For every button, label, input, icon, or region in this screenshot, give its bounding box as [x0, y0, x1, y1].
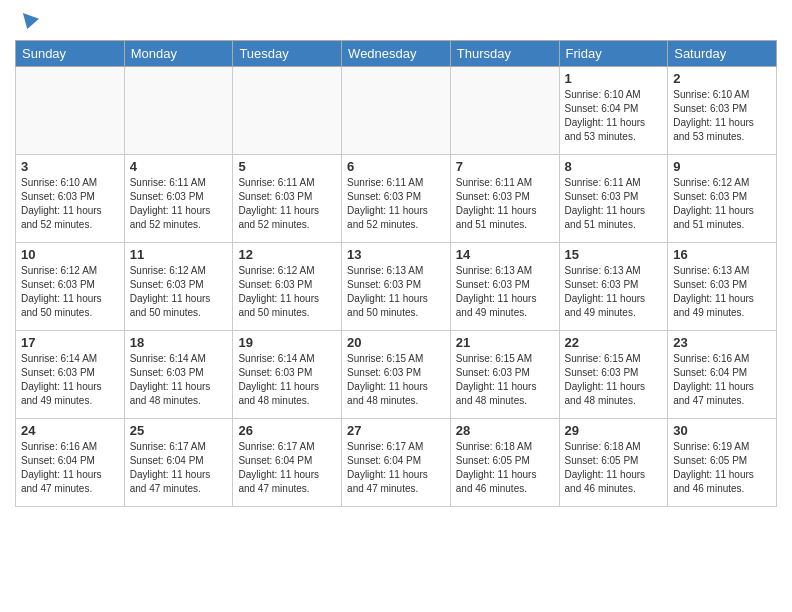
day-cell-6: 6Sunrise: 6:11 AM Sunset: 6:03 PM Daylig…: [342, 155, 451, 243]
day-number: 29: [565, 423, 663, 438]
day-cell-3: 3Sunrise: 6:10 AM Sunset: 6:03 PM Daylig…: [16, 155, 125, 243]
calendar: SundayMondayTuesdayWednesdayThursdayFrid…: [15, 40, 777, 507]
day-info: Sunrise: 6:12 AM Sunset: 6:03 PM Dayligh…: [238, 264, 336, 320]
day-number: 20: [347, 335, 445, 350]
day-number: 4: [130, 159, 228, 174]
day-info: Sunrise: 6:15 AM Sunset: 6:03 PM Dayligh…: [565, 352, 663, 408]
day-info: Sunrise: 6:15 AM Sunset: 6:03 PM Dayligh…: [456, 352, 554, 408]
day-info: Sunrise: 6:10 AM Sunset: 6:04 PM Dayligh…: [565, 88, 663, 144]
weekday-thursday: Thursday: [450, 41, 559, 67]
day-info: Sunrise: 6:14 AM Sunset: 6:03 PM Dayligh…: [21, 352, 119, 408]
week-row-0: 1Sunrise: 6:10 AM Sunset: 6:04 PM Daylig…: [16, 67, 777, 155]
day-info: Sunrise: 6:13 AM Sunset: 6:03 PM Dayligh…: [565, 264, 663, 320]
day-number: 18: [130, 335, 228, 350]
day-info: Sunrise: 6:11 AM Sunset: 6:03 PM Dayligh…: [456, 176, 554, 232]
day-info: Sunrise: 6:11 AM Sunset: 6:03 PM Dayligh…: [347, 176, 445, 232]
day-number: 5: [238, 159, 336, 174]
day-number: 1: [565, 71, 663, 86]
day-info: Sunrise: 6:11 AM Sunset: 6:03 PM Dayligh…: [130, 176, 228, 232]
day-cell-24: 24Sunrise: 6:16 AM Sunset: 6:04 PM Dayli…: [16, 419, 125, 507]
day-number: 21: [456, 335, 554, 350]
day-cell-empty-1: [124, 67, 233, 155]
day-info: Sunrise: 6:18 AM Sunset: 6:05 PM Dayligh…: [565, 440, 663, 496]
day-number: 8: [565, 159, 663, 174]
day-number: 14: [456, 247, 554, 262]
day-cell-23: 23Sunrise: 6:16 AM Sunset: 6:04 PM Dayli…: [668, 331, 777, 419]
weekday-wednesday: Wednesday: [342, 41, 451, 67]
day-number: 23: [673, 335, 771, 350]
day-info: Sunrise: 6:16 AM Sunset: 6:04 PM Dayligh…: [673, 352, 771, 408]
day-info: Sunrise: 6:17 AM Sunset: 6:04 PM Dayligh…: [130, 440, 228, 496]
day-number: 13: [347, 247, 445, 262]
day-number: 24: [21, 423, 119, 438]
day-number: 19: [238, 335, 336, 350]
day-number: 25: [130, 423, 228, 438]
weekday-saturday: Saturday: [668, 41, 777, 67]
day-cell-10: 10Sunrise: 6:12 AM Sunset: 6:03 PM Dayli…: [16, 243, 125, 331]
day-cell-25: 25Sunrise: 6:17 AM Sunset: 6:04 PM Dayli…: [124, 419, 233, 507]
day-info: Sunrise: 6:11 AM Sunset: 6:03 PM Dayligh…: [565, 176, 663, 232]
weekday-monday: Monday: [124, 41, 233, 67]
day-cell-19: 19Sunrise: 6:14 AM Sunset: 6:03 PM Dayli…: [233, 331, 342, 419]
day-number: 16: [673, 247, 771, 262]
svg-marker-0: [23, 13, 39, 29]
day-info: Sunrise: 6:19 AM Sunset: 6:05 PM Dayligh…: [673, 440, 771, 496]
day-cell-15: 15Sunrise: 6:13 AM Sunset: 6:03 PM Dayli…: [559, 243, 668, 331]
day-cell-empty-2: [233, 67, 342, 155]
weekday-sunday: Sunday: [16, 41, 125, 67]
day-cell-empty-3: [342, 67, 451, 155]
day-info: Sunrise: 6:17 AM Sunset: 6:04 PM Dayligh…: [347, 440, 445, 496]
day-cell-13: 13Sunrise: 6:13 AM Sunset: 6:03 PM Dayli…: [342, 243, 451, 331]
day-cell-11: 11Sunrise: 6:12 AM Sunset: 6:03 PM Dayli…: [124, 243, 233, 331]
weekday-header-row: SundayMondayTuesdayWednesdayThursdayFrid…: [16, 41, 777, 67]
day-cell-27: 27Sunrise: 6:17 AM Sunset: 6:04 PM Dayli…: [342, 419, 451, 507]
day-info: Sunrise: 6:12 AM Sunset: 6:03 PM Dayligh…: [21, 264, 119, 320]
day-cell-empty-0: [16, 67, 125, 155]
day-number: 27: [347, 423, 445, 438]
week-row-4: 24Sunrise: 6:16 AM Sunset: 6:04 PM Dayli…: [16, 419, 777, 507]
day-cell-20: 20Sunrise: 6:15 AM Sunset: 6:03 PM Dayli…: [342, 331, 451, 419]
day-info: Sunrise: 6:14 AM Sunset: 6:03 PM Dayligh…: [130, 352, 228, 408]
day-info: Sunrise: 6:10 AM Sunset: 6:03 PM Dayligh…: [673, 88, 771, 144]
day-cell-29: 29Sunrise: 6:18 AM Sunset: 6:05 PM Dayli…: [559, 419, 668, 507]
day-number: 2: [673, 71, 771, 86]
day-number: 6: [347, 159, 445, 174]
day-number: 26: [238, 423, 336, 438]
page: SundayMondayTuesdayWednesdayThursdayFrid…: [0, 0, 792, 612]
day-number: 10: [21, 247, 119, 262]
day-info: Sunrise: 6:15 AM Sunset: 6:03 PM Dayligh…: [347, 352, 445, 408]
day-info: Sunrise: 6:10 AM Sunset: 6:03 PM Dayligh…: [21, 176, 119, 232]
day-info: Sunrise: 6:12 AM Sunset: 6:03 PM Dayligh…: [130, 264, 228, 320]
day-info: Sunrise: 6:11 AM Sunset: 6:03 PM Dayligh…: [238, 176, 336, 232]
day-cell-22: 22Sunrise: 6:15 AM Sunset: 6:03 PM Dayli…: [559, 331, 668, 419]
day-number: 7: [456, 159, 554, 174]
week-row-3: 17Sunrise: 6:14 AM Sunset: 6:03 PM Dayli…: [16, 331, 777, 419]
day-cell-16: 16Sunrise: 6:13 AM Sunset: 6:03 PM Dayli…: [668, 243, 777, 331]
weekday-friday: Friday: [559, 41, 668, 67]
day-number: 9: [673, 159, 771, 174]
day-info: Sunrise: 6:18 AM Sunset: 6:05 PM Dayligh…: [456, 440, 554, 496]
day-cell-1: 1Sunrise: 6:10 AM Sunset: 6:04 PM Daylig…: [559, 67, 668, 155]
day-number: 22: [565, 335, 663, 350]
day-info: Sunrise: 6:17 AM Sunset: 6:04 PM Dayligh…: [238, 440, 336, 496]
day-number: 12: [238, 247, 336, 262]
logo-icon: [17, 10, 39, 32]
day-number: 15: [565, 247, 663, 262]
day-info: Sunrise: 6:12 AM Sunset: 6:03 PM Dayligh…: [673, 176, 771, 232]
day-number: 17: [21, 335, 119, 350]
day-cell-2: 2Sunrise: 6:10 AM Sunset: 6:03 PM Daylig…: [668, 67, 777, 155]
day-cell-21: 21Sunrise: 6:15 AM Sunset: 6:03 PM Dayli…: [450, 331, 559, 419]
day-info: Sunrise: 6:14 AM Sunset: 6:03 PM Dayligh…: [238, 352, 336, 408]
day-cell-12: 12Sunrise: 6:12 AM Sunset: 6:03 PM Dayli…: [233, 243, 342, 331]
day-info: Sunrise: 6:13 AM Sunset: 6:03 PM Dayligh…: [673, 264, 771, 320]
day-number: 28: [456, 423, 554, 438]
day-cell-14: 14Sunrise: 6:13 AM Sunset: 6:03 PM Dayli…: [450, 243, 559, 331]
day-info: Sunrise: 6:13 AM Sunset: 6:03 PM Dayligh…: [347, 264, 445, 320]
day-cell-4: 4Sunrise: 6:11 AM Sunset: 6:03 PM Daylig…: [124, 155, 233, 243]
day-cell-18: 18Sunrise: 6:14 AM Sunset: 6:03 PM Dayli…: [124, 331, 233, 419]
day-info: Sunrise: 6:13 AM Sunset: 6:03 PM Dayligh…: [456, 264, 554, 320]
day-info: Sunrise: 6:16 AM Sunset: 6:04 PM Dayligh…: [21, 440, 119, 496]
day-cell-9: 9Sunrise: 6:12 AM Sunset: 6:03 PM Daylig…: [668, 155, 777, 243]
day-number: 30: [673, 423, 771, 438]
day-cell-30: 30Sunrise: 6:19 AM Sunset: 6:05 PM Dayli…: [668, 419, 777, 507]
